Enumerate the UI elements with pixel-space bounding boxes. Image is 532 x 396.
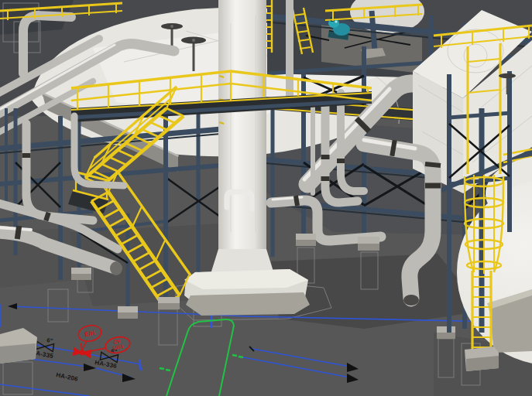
model-viewport[interactable]: 6" HA-335 6" HA-336 HA-206 E/H CV 1051 — [0, 0, 532, 396]
plant-3d-scene: 6" HA-335 6" HA-336 HA-206 E/H CV 1051 — [0, 0, 532, 396]
